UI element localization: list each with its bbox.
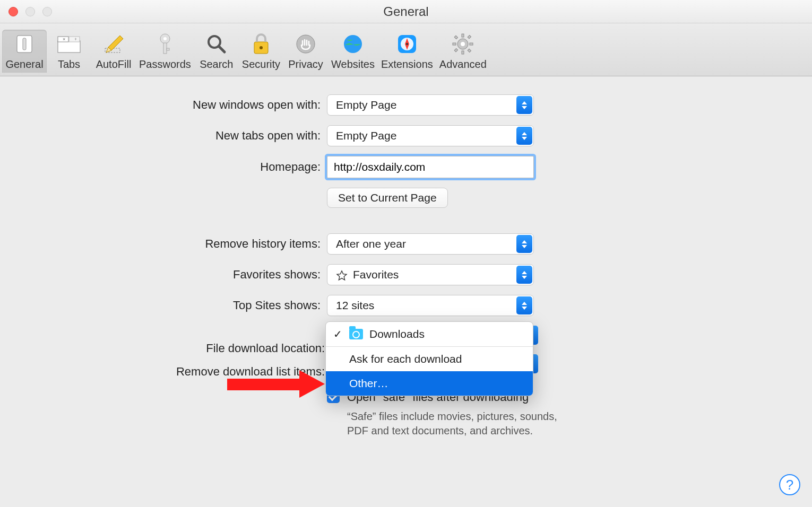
label-new-tabs: New tabs open with: [0, 129, 327, 143]
tab-icon: ×+ [57, 32, 81, 56]
toolbar-label: Search [200, 58, 233, 71]
label-download-location: File download location: [0, 342, 327, 355]
menu-item-label: Ask for each download [349, 353, 462, 365]
popup-value: After one year [336, 238, 406, 250]
popup-top-sites[interactable]: 12 sites [327, 295, 534, 316]
label-new-windows: New windows open with: [0, 98, 327, 112]
homepage-input[interactable] [327, 156, 534, 178]
svg-point-19 [344, 35, 362, 53]
preferences-toolbar: General ×+ Tabs AutoFill Passwords Searc… [0, 23, 812, 76]
popup-new-tabs[interactable]: Empty Page [327, 125, 534, 146]
svg-point-11 [163, 37, 167, 40]
toolbar-label: Websites [331, 58, 375, 71]
toolbar-general[interactable]: General [2, 30, 47, 73]
toolbar-label: General [5, 58, 43, 71]
svg-rect-31 [468, 35, 471, 38]
menu-item-downloads[interactable]: ✓ Downloads [326, 322, 533, 346]
pencil-icon [101, 32, 126, 56]
svg-rect-25 [462, 34, 464, 37]
open-safe-files-description: “Safe” files include movies, pictures, s… [347, 409, 570, 438]
label-homepage: Homepage: [0, 160, 327, 174]
svg-line-15 [219, 46, 224, 52]
popup-value: Empty Page [336, 99, 396, 111]
help-icon: ? [786, 477, 793, 493]
switch-icon [12, 32, 37, 56]
chevron-updown-icon [516, 127, 532, 145]
toolbar-autofill[interactable]: AutoFill [91, 30, 136, 73]
gear-icon [451, 32, 475, 56]
svg-rect-12 [163, 43, 167, 54]
folder-icon [349, 329, 363, 339]
chevron-updown-icon [516, 296, 532, 314]
window-title: General [0, 4, 812, 19]
svg-rect-29 [454, 36, 457, 39]
svg-point-23 [406, 43, 408, 45]
toolbar-label: Advanced [439, 58, 487, 71]
svg-rect-13 [167, 48, 169, 50]
popup-value: Empty Page [336, 129, 396, 142]
download-location-menu: ✓ Downloads Ask for each download Other… [325, 321, 533, 396]
toolbar-label: Tabs [58, 58, 80, 71]
chevron-updown-icon [516, 96, 532, 114]
toolbar-extensions[interactable]: Extensions [378, 30, 436, 73]
star-icon [336, 270, 348, 282]
toolbar-tabs[interactable]: ×+ Tabs [47, 30, 91, 73]
svg-rect-28 [470, 43, 473, 45]
svg-rect-26 [462, 51, 464, 54]
toolbar-websites[interactable]: Websites [328, 30, 378, 73]
svg-rect-32 [454, 48, 457, 51]
svg-rect-27 [453, 43, 456, 45]
svg-rect-1 [23, 38, 26, 50]
label-top-sites: Top Sites shows: [0, 299, 327, 312]
globe-icon [341, 32, 365, 56]
popup-value: 12 sites [336, 299, 374, 312]
popup-remove-history[interactable]: After one year [327, 233, 534, 255]
toolbar-label: Extensions [381, 58, 433, 71]
svg-text:+: + [74, 37, 77, 42]
chevron-updown-icon [516, 266, 532, 284]
toolbar-label: Security [242, 58, 280, 71]
toolbar-passwords[interactable]: Passwords [136, 30, 194, 73]
checkmark-icon: ✓ [333, 328, 342, 340]
svg-text:×: × [63, 37, 65, 42]
popup-favorites[interactable]: Favorites [327, 264, 534, 285]
toolbar-security[interactable]: Security [239, 30, 283, 73]
menu-item-ask-each[interactable]: Ask for each download [326, 347, 533, 371]
titlebar: General [0, 0, 812, 23]
set-current-page-button[interactable]: Set to Current Page [327, 188, 448, 208]
open-safe-files-checkbox-row: Open "safe" files after downloading “Saf… [327, 390, 570, 438]
toolbar-advanced[interactable]: Advanced [436, 30, 490, 73]
compass-icon [395, 32, 419, 56]
toolbar-label: Privacy [288, 58, 323, 71]
label-remove-history: Remove history items: [0, 237, 327, 251]
menu-item-other[interactable]: Other… [326, 371, 533, 396]
key-icon [153, 32, 177, 56]
menu-item-label: Other… [349, 377, 388, 390]
toolbar-privacy[interactable]: Privacy [283, 30, 328, 73]
magnifier-icon [204, 32, 229, 56]
menu-item-label: Downloads [369, 328, 425, 340]
annotation-arrow [227, 371, 326, 397]
help-button[interactable]: ? [779, 474, 800, 495]
svg-rect-30 [468, 49, 471, 52]
hand-icon [293, 32, 318, 56]
toolbar-label: AutoFill [96, 58, 132, 71]
svg-rect-2 [58, 41, 80, 53]
svg-point-18 [297, 35, 315, 53]
popup-value: Favorites [353, 268, 399, 281]
toolbar-label: Passwords [139, 58, 191, 71]
toolbar-search[interactable]: Search [194, 30, 239, 73]
label-favorites: Favorites shows: [0, 268, 327, 282]
popup-new-windows[interactable]: Empty Page [327, 94, 534, 116]
svg-point-33 [461, 42, 465, 46]
svg-point-17 [260, 46, 263, 49]
chevron-updown-icon [516, 235, 532, 253]
lock-icon [249, 32, 273, 56]
